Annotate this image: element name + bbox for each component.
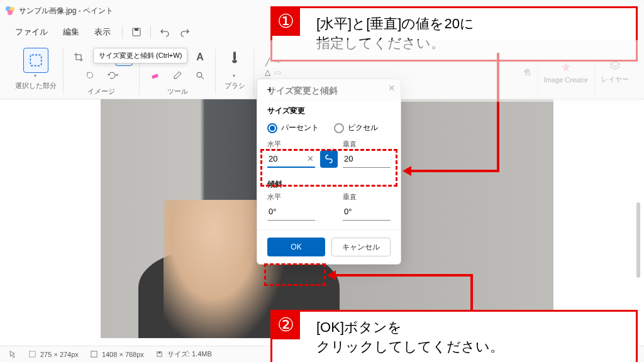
svg-point-16 <box>197 72 202 77</box>
vertical-scrollbar[interactable] <box>634 202 643 328</box>
selection-tool[interactable] <box>23 48 48 73</box>
tool-label: ツール <box>167 87 188 96</box>
ok-button[interactable]: OK <box>267 238 325 256</box>
file-size: サイズ: 1.4MB <box>155 349 212 359</box>
svg-line-17 <box>201 77 204 79</box>
skew-v-label: 垂直 <box>343 192 391 202</box>
annotation-badge-1: ① <box>271 7 300 36</box>
canvas-size: 1408 × 768px <box>90 350 144 358</box>
triangle-shape-icon[interactable]: △ <box>263 68 272 77</box>
skew-h-label: 水平 <box>267 192 315 202</box>
brush-label: ブラシ <box>225 81 245 90</box>
eyedropper-icon[interactable] <box>169 67 186 84</box>
text-icon[interactable]: A <box>191 48 209 66</box>
radio-pixel[interactable]: ピクセル <box>334 123 378 133</box>
image-creator-label: Image Creator <box>544 76 588 84</box>
dialog-title: サイズ変更と傾斜 <box>257 82 401 103</box>
rotate-icon[interactable]: ▾ <box>104 67 121 84</box>
skew-section-label: 傾斜 <box>257 177 401 192</box>
radio-percent[interactable]: パーセント <box>267 123 319 133</box>
selection-size: 275 × 274px <box>28 350 79 358</box>
freeform-select-icon[interactable] <box>81 67 99 84</box>
annotation-text-2: [OK]ボタンを クリックしてしてください。 <box>316 318 627 357</box>
annotation-arrow-2 <box>335 274 473 277</box>
magnifier-icon[interactable] <box>191 67 209 84</box>
menu-view[interactable]: 表示 <box>88 24 117 40</box>
annotation-arrow-1 <box>497 53 499 172</box>
selection-label: 選択した部分 <box>15 81 57 90</box>
resize-section-label: サイズ変更 <box>257 103 401 119</box>
horizontal-input[interactable]: 20✕ <box>267 150 315 168</box>
clear-icon[interactable]: ✕ <box>307 154 314 163</box>
image-creator-icon[interactable] <box>560 61 572 74</box>
annotation-text-1: [水平]と[垂直]の値を20に 指定してください。 <box>316 14 627 53</box>
annotation-badge-2: ② <box>271 310 300 339</box>
svg-rect-8 <box>135 28 138 31</box>
annotation-callout-1: ① [水平]と[垂直]の値を20に 指定してください。 <box>270 6 638 62</box>
svg-rect-19 <box>91 351 97 357</box>
image-label: イメージ <box>87 87 115 96</box>
svg-rect-15 <box>152 74 158 79</box>
vertical-input[interactable]: 20 <box>343 150 391 168</box>
annotation-callout-2: ② [OK]ボタンを クリックしてしてください。 <box>270 310 638 362</box>
window-title: サンプル画像.jpg - ペイント <box>19 6 113 16</box>
resize-skew-dialog: ✕ サイズ変更と傾斜 サイズ変更 パーセント ピクセル 水平 20✕ 垂直 20… <box>257 79 401 265</box>
chevron-down-icon[interactable]: ▾ <box>233 73 235 79</box>
crop-icon[interactable] <box>70 48 87 66</box>
skew-vertical-input[interactable]: 0° <box>343 203 391 221</box>
cancel-button[interactable]: キャンセル <box>331 238 391 256</box>
undo-icon[interactable] <box>156 23 174 41</box>
dialog-close-icon[interactable]: ✕ <box>388 83 396 93</box>
resize-tooltip: サイズ変更と傾斜 (Ctrl+W) <box>93 48 187 63</box>
svg-rect-21 <box>158 352 161 354</box>
skew-horizontal-input[interactable]: 0° <box>267 203 315 221</box>
layers-label: レイヤー <box>601 75 629 84</box>
save-icon[interactable] <box>128 23 145 41</box>
color-label: 色 <box>518 65 537 79</box>
rect-shape-icon[interactable]: ▭ <box>273 68 282 77</box>
vertical-label: 垂直 <box>343 140 391 149</box>
chevron-down-icon[interactable]: ▾ <box>34 73 36 79</box>
eraser-icon[interactable] <box>146 67 164 84</box>
menu-edit[interactable]: 編集 <box>57 24 86 40</box>
svg-point-2 <box>8 10 13 15</box>
ribbon-group-brush: ▾ ブラシ <box>216 45 253 99</box>
svg-rect-18 <box>30 351 35 357</box>
ribbon-group-selection: ▾ 選択した部分 <box>9 45 63 99</box>
layers-icon[interactable] <box>609 60 621 72</box>
horizontal-label: 水平 <box>267 140 315 149</box>
svg-rect-9 <box>30 55 41 65</box>
paint-app-icon <box>5 6 15 16</box>
aspect-lock-icon[interactable] <box>320 150 338 168</box>
redo-icon[interactable] <box>176 23 194 41</box>
cursor-tool-indicator <box>9 350 17 358</box>
menu-file[interactable]: ファイル <box>9 24 54 40</box>
brush-icon[interactable] <box>222 48 247 73</box>
